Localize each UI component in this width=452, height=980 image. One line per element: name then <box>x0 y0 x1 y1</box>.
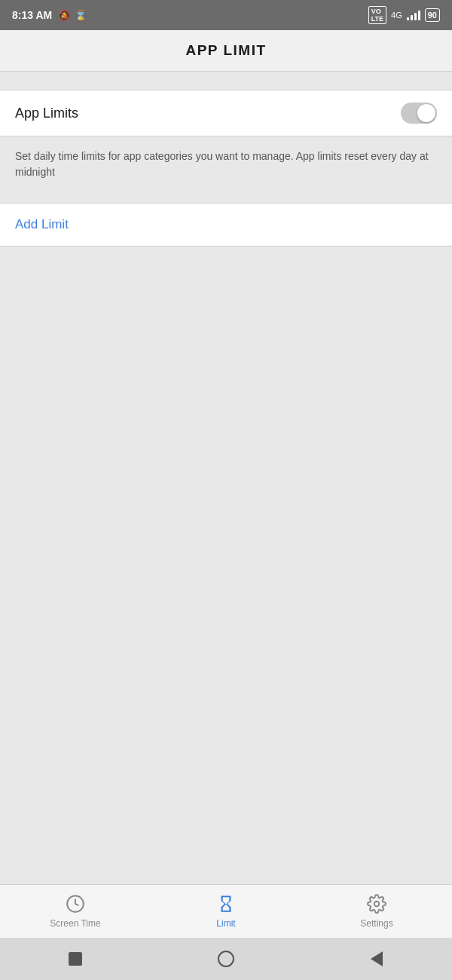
battery-level: 90 <box>428 11 437 20</box>
app-limits-label: App Limits <box>15 106 78 121</box>
app-limits-toggle[interactable] <box>401 103 437 124</box>
hourglass-nav-icon <box>215 893 237 915</box>
square-icon <box>69 952 82 966</box>
settings-icon <box>365 893 388 915</box>
signal-bar-4 <box>418 11 420 20</box>
signal-bar-1 <box>407 17 409 20</box>
status-bar: 8:13 AM 🔕 ⌛ VOLTE 4G 90 <box>0 0 452 30</box>
nav-label-limit: Limit <box>216 918 235 929</box>
status-icons-left: 🔕 ⌛ <box>58 10 87 21</box>
bottom-nav: Screen Time Limit Settings <box>0 884 452 938</box>
hourglass-icon: ⌛ <box>75 10 87 21</box>
app-limits-row: App Limits <box>0 90 452 136</box>
signal-bar-3 <box>414 13 417 20</box>
add-limit-section[interactable]: Add Limit <box>0 204 452 247</box>
nav-label-screen-time: Screen Time <box>50 918 100 929</box>
volte-badge: VOLTE <box>368 6 386 24</box>
network-badge: 4G <box>391 11 402 20</box>
status-left: 8:13 AM 🔕 ⌛ <box>12 9 87 21</box>
top-spacer <box>0 72 452 90</box>
back-button[interactable] <box>366 948 387 969</box>
nav-item-settings[interactable]: Settings <box>301 893 452 929</box>
page-title-bar: App Limit <box>0 30 452 72</box>
clock-icon <box>64 893 87 915</box>
system-nav <box>0 938 452 980</box>
description-section: Set daily time limits for app categories… <box>0 136 452 204</box>
battery-icon: 90 <box>425 8 440 22</box>
status-right: VOLTE 4G 90 <box>368 6 440 24</box>
circle-icon <box>218 951 234 967</box>
description-text: Set daily time limits for app categories… <box>15 150 429 178</box>
add-limit-link[interactable]: Add Limit <box>15 217 69 231</box>
page-title: App Limit <box>185 42 266 58</box>
back-icon <box>371 951 383 966</box>
nav-item-screen-time[interactable]: Screen Time <box>0 893 151 929</box>
nav-label-settings: Settings <box>360 918 392 929</box>
recent-apps-button[interactable] <box>65 948 86 969</box>
toggle-thumb <box>417 104 435 122</box>
svg-point-1 <box>374 902 380 907</box>
home-button[interactable] <box>215 948 237 969</box>
main-content-area <box>0 247 452 884</box>
signal-bars <box>407 10 420 20</box>
time-display: 8:13 AM <box>12 9 52 21</box>
nav-item-limit[interactable]: Limit <box>151 893 301 929</box>
signal-bar-2 <box>411 15 413 20</box>
alarm-icon: 🔕 <box>58 10 70 21</box>
